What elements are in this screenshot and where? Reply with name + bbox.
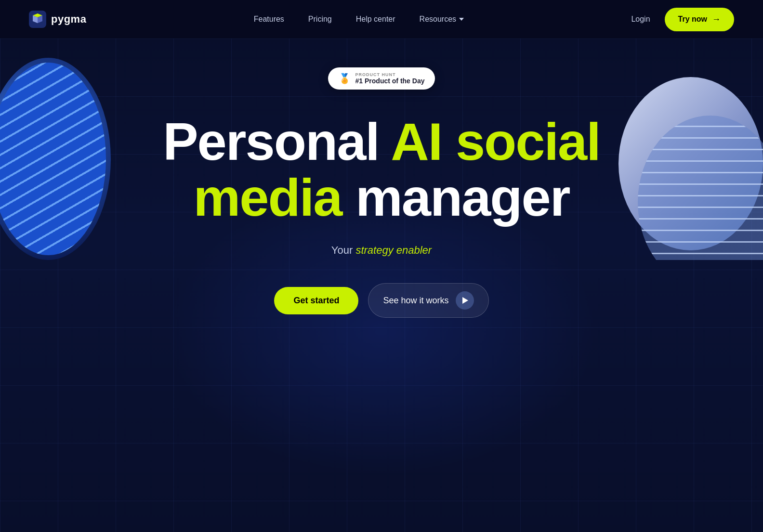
badge-medal-icon: 🏅 <box>339 73 351 84</box>
nav-links: Features Pricing Help center Resources <box>254 15 464 24</box>
navbar: pygma Features Pricing Help center Resou… <box>0 0 763 39</box>
hero-title-personal: Personal <box>163 112 391 171</box>
badge-eyebrow: PRODUCT HUNT <box>355 72 425 77</box>
get-started-button[interactable]: Get started <box>274 287 358 314</box>
logo-text: pygma <box>51 13 86 26</box>
nav-login[interactable]: Login <box>631 15 650 24</box>
cta-group: Get started See how it works <box>274 283 488 318</box>
deco-left-sphere <box>0 58 111 260</box>
nav-resources[interactable]: Resources <box>420 15 464 24</box>
logo[interactable]: pygma <box>29 11 86 28</box>
play-icon <box>456 291 474 310</box>
hero-title: Personal AI social media manager <box>163 114 600 225</box>
hero-title-ai: AI social <box>391 112 600 171</box>
pygma-logo-icon <box>29 11 46 28</box>
hero-title-media: media <box>193 168 342 227</box>
chevron-down-icon <box>459 18 464 21</box>
badge-text: #1 Product of the Day <box>355 77 425 85</box>
subtitle-accent: strategy enabler <box>355 244 432 256</box>
see-how-button[interactable]: See how it works <box>368 283 488 318</box>
deco-right-sphere <box>618 77 763 260</box>
nav-pricing[interactable]: Pricing <box>308 15 332 24</box>
product-hunt-badge[interactable]: 🏅 PRODUCT HUNT #1 Product of the Day <box>328 67 435 90</box>
hero-subtitle: Your strategy enabler <box>331 244 432 257</box>
arrow-icon: → <box>712 14 721 25</box>
nav-help[interactable]: Help center <box>356 15 395 24</box>
hero-section: 🏅 PRODUCT HUNT #1 Product of the Day Per… <box>0 39 763 532</box>
nav-right: Login Try now → <box>631 8 734 31</box>
subtitle-plain: Your <box>331 244 356 256</box>
try-now-button[interactable]: Try now → <box>665 8 734 31</box>
hero-title-manager: manager <box>342 168 569 227</box>
nav-features[interactable]: Features <box>254 15 284 24</box>
